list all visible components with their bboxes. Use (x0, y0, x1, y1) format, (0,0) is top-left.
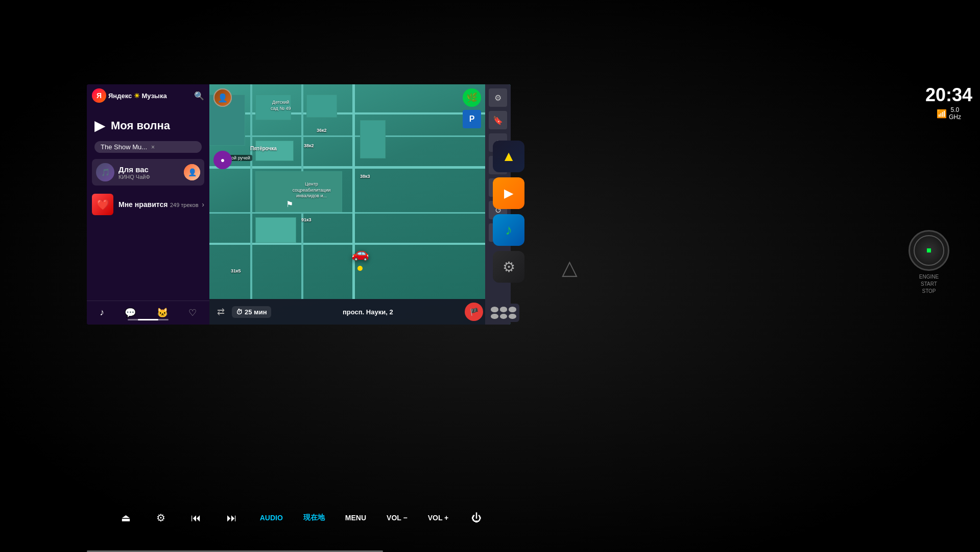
next-track-button[interactable]: ⏭ (224, 510, 240, 526)
time-display: 20:34 📶 5.0GHz (925, 86, 972, 121)
grid-dot-4 (491, 314, 498, 319)
music-bt-app-icon[interactable]: ♪ (493, 214, 524, 246)
grid-dot-3 (509, 307, 516, 312)
main-screen: Я Яндекс ☀ Музыка 🔍 ▶ Моя волна The Show… (87, 84, 511, 325)
bottom-controls: ⏏ ⚙ ⏮ ⏭ AUDIO 現在地 MENU VOL − VOL + ⏻ (87, 509, 516, 526)
nav-chat-icon[interactable]: 💬 (123, 305, 138, 320)
for-you-info: Для вас КИНQ ЧайФ (118, 165, 150, 180)
music-bottom-nav: ♪ 💬 🐱 ♡ (87, 301, 209, 325)
yandex-logo-icon: Я (92, 88, 106, 103)
settings-button[interactable]: ⚙ (154, 509, 168, 526)
map-address: просп. Науки, 2 (271, 308, 465, 316)
wifi-info: 📶 5.0GHz (925, 106, 972, 121)
liked-info: Мне нравится 249 треков (118, 200, 198, 209)
engine-knob[interactable] (909, 230, 949, 271)
music-header: Я Яндекс ☀ Музыка 🔍 (87, 84, 209, 107)
yandex-nav-app-icon[interactable]: ▶ (493, 177, 524, 209)
centre-label: Центрсоцреабилитацииинвалидов и... (291, 181, 332, 199)
settings-app-icon[interactable]: ⚙ (493, 251, 524, 283)
clock-time: 20:34 (925, 86, 972, 104)
music-panel: Я Яндекс ☀ Музыка 🔍 ▶ Моя волна The Show… (87, 84, 209, 325)
grid-dot-1 (491, 307, 498, 312)
car-yellow-dot (357, 266, 363, 271)
pyaterochka-label: Пятёрочка (250, 146, 277, 151)
map-num-36k2: 36к2 (317, 128, 327, 133)
my-wave-play-button[interactable]: ▶ (94, 117, 106, 134)
for-you-right-avatar: 👤 (184, 164, 200, 180)
engine-start-label: ENGINESTARTSTOP (919, 273, 939, 295)
warning-triangle-icon: △ (562, 256, 578, 279)
map-time-value: 25 мин (245, 308, 267, 316)
nav-music-icon[interactable]: ♪ (98, 305, 106, 320)
map-building-5 (360, 120, 386, 158)
genzaichi-button[interactable]: 現在地 (303, 513, 325, 522)
music-search-button[interactable]: 🔍 (194, 91, 204, 101)
for-you-left: 🎵 Для вас КИНQ ЧайФ (96, 163, 150, 181)
vol-down-button[interactable]: VOL − (387, 514, 408, 522)
nav-heart-icon[interactable]: ♡ (186, 305, 199, 320)
scroll-indicator-inner (138, 319, 158, 320)
audio-button[interactable]: AUDIO (260, 514, 283, 522)
filter-tag-close[interactable]: × (151, 144, 155, 151)
liked-left: ❤️ Мне нравится 249 треков (92, 194, 198, 215)
map-building-2 (306, 95, 337, 118)
wifi-icon: 📶 (937, 109, 947, 119)
menu-button[interactable]: MENU (345, 514, 366, 522)
my-wave-title: Моя волна (111, 119, 170, 132)
map-panel: Детскийсад № 49 Пятёрочка Центрсоцреабил… (209, 84, 511, 325)
my-wave-section: ▶ Моя волна (87, 107, 209, 139)
map-time-icon: ⏱ (236, 308, 243, 316)
yandex-logo: Я Яндекс ☀ Музыка (92, 88, 167, 103)
liked-count: 249 треков (170, 202, 199, 208)
kindergarten-label: Детскийсад № 49 (271, 100, 291, 111)
nav-cat-icon[interactable]: 🐱 (155, 305, 170, 320)
map-bookmark-button[interactable]: 🔖 (489, 111, 507, 129)
wifi-frequency: 5.0GHz (949, 106, 961, 121)
map-time-badge: ⏱ 25 мин (232, 306, 271, 318)
map-bottom-bar: ⇄ ⏱ 25 мин просп. Науки, 2 🏴 (209, 299, 485, 325)
map-flag-marker: ⚑ (286, 199, 293, 209)
map-num-91k3: 91к3 (301, 217, 312, 222)
liked-chevron-icon: › (202, 200, 204, 209)
liked-section[interactable]: ❤️ Мне нравится 249 треков › (92, 194, 204, 215)
grid-dots-button[interactable] (488, 304, 519, 322)
engine-start-panel: ENGINESTARTSTOP (909, 230, 949, 295)
map-parking-button[interactable]: P (463, 110, 481, 128)
map-avatar-button[interactable]: 👤 (213, 88, 232, 107)
for-you-avatar: 🎵 (96, 163, 114, 181)
map-road-vertical-3 (352, 84, 355, 299)
filter-tag[interactable]: The Show Mu... × (94, 141, 202, 153)
map-num-38k2: 38к2 (304, 143, 314, 148)
prev-track-button[interactable]: ⏮ (188, 510, 204, 526)
map-num-31k5: 31к5 (231, 268, 241, 273)
map-purple-button[interactable]: ● (213, 151, 232, 169)
scroll-indicator (128, 319, 169, 320)
power-button[interactable]: ⏻ (469, 510, 484, 526)
grid-dot-2 (500, 307, 508, 312)
for-you-section[interactable]: 🎵 Для вас КИНQ ЧайФ 👤 (92, 159, 204, 186)
map-green-dot-button[interactable]: 🌿 (463, 88, 481, 107)
grid-dot-5 (500, 314, 508, 319)
map-settings-button[interactable]: ⚙ (489, 88, 507, 107)
for-you-sub: КИНQ ЧайФ (118, 174, 150, 180)
sygic-app-icon[interactable]: ▲ (493, 141, 524, 172)
map-building-4 (255, 217, 296, 243)
yandex-brand-text: Яндекс ☀ Музыка (108, 92, 167, 100)
vol-up-button[interactable]: VOL + (428, 514, 449, 522)
map-road-vertical-1 (250, 84, 252, 299)
grid-dot-6 (509, 314, 516, 319)
liked-heart-icon: ❤️ (92, 194, 113, 215)
filter-tag-label: The Show Mu... (101, 143, 147, 151)
car-marker: 🚗 (352, 243, 368, 263)
for-you-label: Для вас (118, 165, 150, 174)
eject-button[interactable]: ⏏ (118, 509, 133, 526)
map-navigate-button[interactable]: 🏴 (465, 303, 483, 321)
liked-title: Мне нравится (118, 200, 168, 209)
map-swap-button[interactable]: ⇄ (209, 301, 232, 323)
app-icons-panel: ▲ ▶ ♪ ⚙ (493, 141, 524, 283)
map-num-38k3: 38к3 (360, 174, 370, 179)
